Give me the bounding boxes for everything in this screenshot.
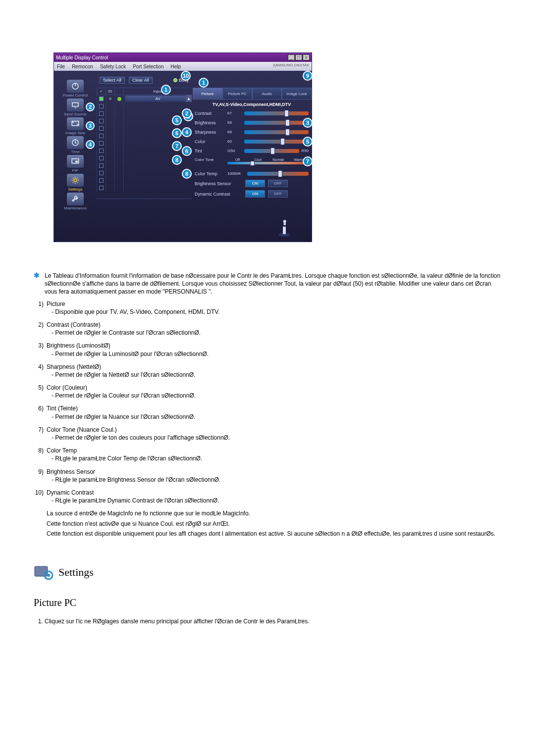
callout-r4: 4 [182, 127, 192, 137]
sharpness-slider[interactable] [244, 130, 309, 134]
scroll-up-button[interactable]: ▲ [186, 95, 192, 102]
table-row[interactable] [97, 169, 192, 177]
callout-tab-1: 1 [199, 78, 209, 88]
row-check-icon[interactable] [99, 163, 104, 168]
sidebar-item-pip[interactable]: PIP [58, 155, 93, 173]
row-check-icon[interactable] [99, 134, 104, 138]
row-brightness-sensor: Brightness Sensor ON OFF 9 [192, 178, 312, 189]
menu-bar: File Remocon Safety Lock Port Selection … [54, 62, 312, 71]
table-row[interactable]: 0 AV [97, 95, 192, 102]
list-item: 10)Dynamic Contrast- RŁgle le paramŁtre … [34, 489, 501, 504]
contrast-slider[interactable] [244, 111, 309, 115]
row-dynamic-contrast: 10 Dynamic Contrast ON OFF [192, 189, 312, 199]
color-temp-slider[interactable] [247, 172, 309, 176]
sidebar-item-time[interactable]: Time 4 [58, 136, 93, 154]
list-item: 7)Color Tone (Nuance Coul.)- Permet de r… [34, 426, 501, 442]
bsensor-on-button[interactable]: ON [245, 180, 265, 187]
sidebar-item-power-control[interactable]: Power Control [58, 80, 93, 98]
menu-safety-lock[interactable]: Safety Lock [100, 64, 126, 69]
grid-head-id: ID [106, 88, 114, 95]
svg-rect-10 [35, 566, 48, 576]
list-item: 8)Color Temp- RŁgle le paramŁtre Color T… [34, 447, 501, 462]
color-tone-segment[interactable]: Off Cool Normal Warm [227, 158, 309, 161]
callout-5: 5 [172, 115, 182, 125]
row-check-icon[interactable] [99, 156, 104, 160]
grid-head-input: Input [123, 88, 192, 95]
row-check-icon[interactable] [99, 104, 104, 108]
row-check-icon[interactable] [99, 97, 104, 101]
callout-r10: 10 [181, 71, 191, 81]
status-dot-icon [117, 97, 121, 101]
row-tint: 6 Tint G50 R50 [192, 146, 312, 155]
picture-pc-steps: Cliquez sur l'ic ne RØglages dansle menu… [34, 617, 501, 625]
row-check-icon[interactable] [99, 178, 104, 183]
row-check-icon[interactable] [99, 126, 104, 131]
list-item: 1)Picture- Disponible que pour TV, AV, S… [34, 300, 501, 316]
callout-r8: 8 [182, 169, 192, 179]
tab-picture[interactable]: Picture [193, 88, 222, 100]
svg-rect-6 [75, 161, 78, 163]
list-item: 5)Color (Couleur)- Permet de rØgler la C… [34, 384, 501, 400]
tab-picture-pc[interactable]: Picture PC [222, 88, 252, 100]
select-all-button[interactable]: Select All [100, 77, 125, 84]
svg-point-7 [74, 179, 77, 182]
table-row[interactable] [97, 177, 192, 184]
close-icon[interactable]: × [303, 54, 310, 60]
callout-6: 6 [172, 128, 182, 138]
callout-r5: 5 [303, 137, 313, 147]
row-check-icon[interactable] [99, 141, 104, 146]
list-item: Cliquez sur l'ic ne RØglages dansle menu… [45, 617, 501, 625]
tab-audio[interactable]: Audio [252, 88, 282, 100]
power-icon [67, 80, 84, 93]
window-buttons: _ □ × [288, 54, 310, 60]
row-color: Color 60 5 [192, 137, 312, 146]
row-check-icon[interactable] [99, 111, 104, 116]
menu-remocon[interactable]: Remocon [72, 64, 93, 69]
grid-header: ✓ ID Input [97, 88, 192, 95]
menu-port-selection[interactable]: Port Selection [133, 64, 163, 69]
subtitle: TV,AV,S-Video,Component,HDMI,DTV [192, 100, 312, 108]
info-icon [277, 218, 292, 238]
dcontrast-on-button[interactable]: ON [245, 190, 265, 198]
sidebar: Power Control Input Source 2 Image Size … [54, 71, 97, 242]
sidebar-item-input-source[interactable]: Input Source 2 [58, 99, 93, 116]
pip-icon [67, 155, 84, 168]
picture-pc-heading: Picture PC [34, 596, 501, 609]
row-check-icon[interactable] [99, 186, 104, 190]
sidebar-item-image-size[interactable]: Image Size 3 [58, 117, 93, 135]
settings-heading: Settings [34, 564, 501, 580]
callout-sidebar-2: 2 [86, 102, 95, 111]
row-color-tone: Color Tone Off Cool Normal Warm 7 [192, 155, 312, 164]
input-icon [67, 99, 84, 111]
sidebar-item-settings[interactable]: Settings [58, 174, 93, 192]
info-paragraph: Le Tableau d'Information fournit l'infor… [45, 272, 501, 296]
table-row[interactable] [97, 184, 192, 192]
svg-rect-2 [72, 103, 78, 107]
brand-label: SAMSUNG DIGITAll [273, 63, 309, 67]
sidebar-item-maintenance[interactable]: Maintenance [58, 193, 93, 210]
clear-all-button[interactable]: Clear All [129, 77, 153, 84]
list-item: 2)Contrast (Contraste)- Permet de rØgler… [34, 321, 501, 337]
color-slider[interactable] [244, 140, 309, 144]
list-item: 4)Sharpness (NettetØ)- Permet de rØgler … [34, 363, 501, 379]
menu-help[interactable]: Help [170, 64, 181, 69]
image-size-icon [67, 117, 84, 130]
time-icon [67, 136, 84, 149]
row-check-icon[interactable] [99, 149, 104, 153]
tab-image-lock[interactable]: Image Lock [282, 88, 312, 100]
device-grid-pane: Select All Clear All Busy 1 ✓ ID Input [97, 71, 192, 242]
row-check-icon[interactable] [99, 171, 104, 175]
grid-head-status [114, 88, 123, 95]
brightness-slider[interactable] [244, 121, 309, 125]
list-item: 6)Tint (Teinte)- Permet de rØgler la Nua… [34, 404, 501, 420]
row-check-icon[interactable] [99, 119, 104, 123]
parameter-list: 1)Picture- Disponible que pour TV, AV, S… [34, 300, 501, 505]
tint-slider[interactable] [244, 149, 299, 153]
dcontrast-off-button[interactable]: OFF [268, 190, 288, 198]
menu-file[interactable]: File [57, 64, 65, 69]
bsensor-off-button[interactable]: OFF [268, 180, 288, 187]
table-row[interactable] [97, 102, 192, 110]
minimize-icon[interactable]: _ [288, 54, 295, 60]
maximize-icon[interactable]: □ [295, 54, 302, 60]
callout-7: 7 [172, 141, 182, 151]
